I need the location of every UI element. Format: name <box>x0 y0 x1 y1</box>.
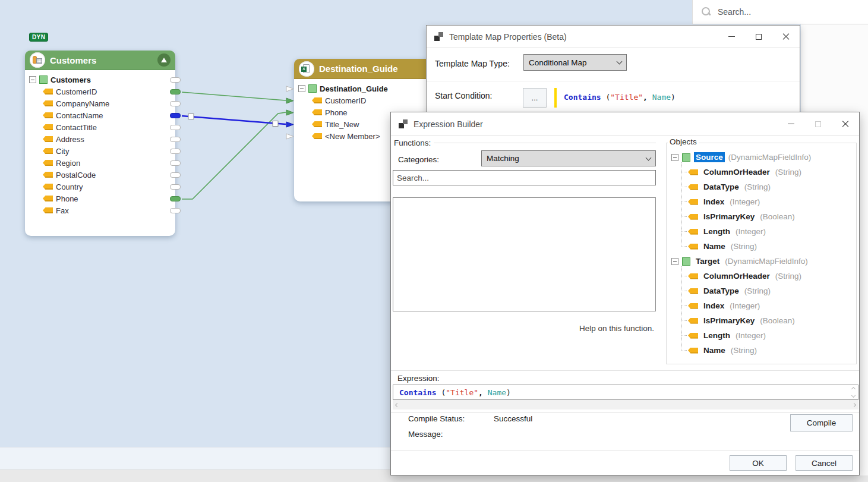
tree-field-row[interactable]: IsPrimaryKey (Boolean) <box>670 313 856 328</box>
help-link[interactable]: Help on this function. <box>393 324 654 333</box>
horizontal-scrollbar[interactable] <box>393 400 858 409</box>
tree-root-row[interactable]: Source (DynamicMapFieldInfo) <box>670 150 856 165</box>
field-row[interactable]: Phone <box>25 193 175 204</box>
tree-collapse-icon[interactable] <box>29 76 36 83</box>
green-checkbox-icon[interactable] <box>308 84 317 93</box>
categories-dropdown[interactable]: Matching <box>481 150 656 166</box>
customers-box-header[interactable]: Customers <box>25 51 175 70</box>
connector-handle[interactable] <box>188 114 194 119</box>
mapping-arrow-icon[interactable] <box>286 109 294 116</box>
field-row[interactable]: Customers <box>25 74 175 86</box>
scroll-right-icon[interactable] <box>852 402 856 407</box>
mapping-port[interactable] <box>170 160 181 166</box>
field-row[interactable]: Destination_Guide <box>294 83 444 94</box>
tree-field-row[interactable]: Length (Integer) <box>670 224 856 239</box>
mapping-arrow-icon[interactable] <box>286 86 294 92</box>
tree-root-row[interactable]: Target (DynamicMapFieldInfo) <box>670 254 856 269</box>
close-button[interactable] <box>772 26 800 48</box>
search-input[interactable] <box>718 7 837 17</box>
customers-entity-box[interactable]: Customers Customers CustomerID <box>25 51 175 236</box>
tree-field-row[interactable]: Index (Integer) <box>670 298 856 313</box>
collapse-button[interactable] <box>157 53 171 67</box>
field-tag-icon <box>688 169 698 175</box>
connector-customerid-green[interactable] <box>182 92 286 100</box>
field-row[interactable]: Region <box>25 157 175 169</box>
maximize-button[interactable] <box>745 26 772 48</box>
field-row[interactable]: PostalCode <box>25 169 175 181</box>
expression-builder-dialog: Expression Builder Functions: Categories… <box>390 112 860 475</box>
tree-field-row[interactable]: IsPrimaryKey (Boolean) <box>670 209 856 224</box>
mapping-port[interactable] <box>170 149 181 154</box>
mapping-arrow-icon[interactable] <box>286 121 294 128</box>
field-row[interactable]: ContactName <box>25 109 175 121</box>
field-row[interactable]: ContactTitle <box>25 121 175 133</box>
green-checkbox-icon[interactable] <box>39 75 48 84</box>
start-condition-expression[interactable]: Contains ("Title", Name) <box>564 93 676 102</box>
mapping-port[interactable] <box>170 89 181 94</box>
dialog-titlebar[interactable]: Expression Builder <box>391 112 859 136</box>
field-row[interactable]: Fax <box>25 204 175 216</box>
close-button[interactable] <box>832 112 859 136</box>
mapping-port[interactable] <box>170 208 181 213</box>
field-row[interactable]: Address <box>25 133 175 145</box>
connector-contactname-blue[interactable] <box>182 116 286 124</box>
expression-editor[interactable]: Contains ("Title", Name) <box>393 385 858 400</box>
tree-collapse-icon[interactable] <box>671 258 678 265</box>
function-search-input[interactable] <box>393 170 656 185</box>
connector-phone-green[interactable] <box>182 112 286 199</box>
mapping-port[interactable] <box>170 196 181 201</box>
mapping-port[interactable] <box>170 125 181 130</box>
dialog-titlebar[interactable]: Template Map Properties (Beta) <box>427 26 800 48</box>
tree-field-row[interactable]: DataType (String) <box>670 283 856 298</box>
field-row[interactable]: CustomerID <box>294 94 444 106</box>
minimize-button[interactable] <box>777 112 804 136</box>
browse-expression-button[interactable]: ... <box>523 88 547 108</box>
field-row[interactable]: CompanyName <box>25 97 175 109</box>
expression-code[interactable]: Contains ("Title", Name) <box>399 388 511 397</box>
cancel-button[interactable]: Cancel <box>796 455 853 471</box>
scroll-left-icon[interactable] <box>395 402 399 407</box>
mapping-port[interactable] <box>170 77 181 83</box>
mapping-port[interactable] <box>170 137 181 142</box>
vertical-scrollbar[interactable] <box>850 386 857 399</box>
mapping-port[interactable] <box>170 101 181 106</box>
mapping-port[interactable] <box>170 172 181 178</box>
tree-field-row[interactable]: Name (String) <box>670 343 856 358</box>
object-checkbox-icon[interactable] <box>682 153 690 162</box>
field-tag-icon <box>688 184 698 190</box>
minimize-button[interactable] <box>718 26 745 48</box>
field-row[interactable]: City <box>25 145 175 157</box>
maximize-button[interactable] <box>804 112 832 136</box>
tree-field-row[interactable]: Length (Integer) <box>670 328 856 343</box>
code-margin-bar <box>554 88 557 108</box>
function-list[interactable] <box>393 197 656 311</box>
destination-box-header[interactable]: Destination_Guide <box>294 59 444 79</box>
object-name[interactable]: Source <box>694 152 725 162</box>
tree-field-row[interactable]: Index (Integer) <box>670 194 856 209</box>
field-row[interactable]: Country <box>25 181 175 193</box>
tree-collapse-icon[interactable] <box>671 154 678 161</box>
ok-button[interactable]: OK <box>730 455 787 471</box>
connector-handle[interactable] <box>273 121 278 127</box>
field-tag-icon <box>312 121 322 127</box>
tree-collapse-icon[interactable] <box>298 85 305 92</box>
mapping-arrow-icon[interactable] <box>286 97 294 104</box>
compile-button[interactable]: Compile <box>790 414 853 431</box>
scroll-up-icon[interactable] <box>851 387 856 391</box>
field-tag-icon <box>43 100 53 106</box>
field-label: CustomerID <box>56 87 97 96</box>
object-name[interactable]: Target <box>694 256 721 266</box>
tree-field-row[interactable]: ColumnOrHeader (String) <box>670 165 856 179</box>
tree-field-row[interactable]: ColumnOrHeader (String) <box>670 269 856 283</box>
tree-field-row[interactable]: DataType (String) <box>670 179 856 194</box>
objects-tree[interactable]: Source (DynamicMapFieldInfo) ColumnOrHea… <box>666 143 857 364</box>
map-type-dropdown[interactable]: Conditional Map <box>523 54 627 71</box>
field-name: Index <box>702 197 726 207</box>
field-row[interactable]: CustomerID <box>25 86 175 97</box>
object-checkbox-icon[interactable] <box>682 257 690 266</box>
scroll-down-icon[interactable] <box>851 393 856 398</box>
mapping-arrow-icon[interactable] <box>286 133 294 140</box>
mapping-port[interactable] <box>170 184 181 190</box>
mapping-port[interactable] <box>170 113 181 118</box>
tree-field-row[interactable]: Name (String) <box>670 239 856 254</box>
